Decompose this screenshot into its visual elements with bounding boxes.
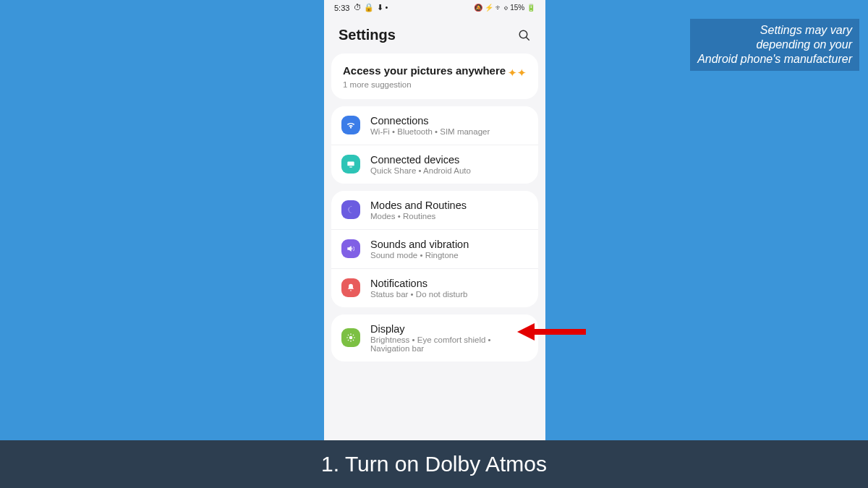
suggestion-card[interactable]: Access your pictures anywhere 1 more sug… <box>331 53 538 99</box>
item-subtitle: Modes • Routines <box>370 212 528 221</box>
suggestion-subtitle: 1 more suggestion <box>343 80 506 89</box>
status-bar: 5:33 ⏱ 🔒 ⬇ • 🔕 ⚡ ᯤ ⊘ 15% 🔋 <box>324 0 545 14</box>
sun-icon <box>341 328 360 347</box>
svg-line-10 <box>353 340 354 341</box>
svg-rect-3 <box>349 167 352 168</box>
svg-rect-2 <box>347 162 354 166</box>
status-left-icons: ⏱ 🔒 ⬇ • <box>354 3 388 12</box>
item-subtitle: Status bar • Do not disturb <box>370 290 528 299</box>
page-title: Settings <box>339 27 396 43</box>
wifi-icon <box>341 116 360 134</box>
item-subtitle: Quick Share • Android Auto <box>370 166 528 175</box>
caption-bar: 1. Turn on Dolby Atmos <box>0 440 868 488</box>
bell-icon <box>341 278 360 297</box>
item-title: Connected devices <box>370 154 528 166</box>
item-title: Display <box>370 323 528 335</box>
share-icon <box>341 155 360 174</box>
status-time: 5:33 <box>334 4 349 12</box>
item-title: Connections <box>370 115 528 127</box>
item-title: Sounds and vibration <box>370 239 528 250</box>
item-subtitle: Brightness • Eye comfort shield • Naviga… <box>370 335 528 353</box>
sound-icon <box>341 239 360 258</box>
settings-group: Connections Wi-Fi • Bluetooth • SIM mana… <box>331 106 538 184</box>
item-subtitle: Sound mode • Ringtone <box>370 251 528 260</box>
svg-line-11 <box>348 340 349 341</box>
suggestion-title: Access your pictures anywhere <box>343 64 506 78</box>
settings-group: Modes and Routines Modes • Routines Soun… <box>331 191 538 307</box>
item-subtitle: Wi-Fi • Bluetooth • SIM manager <box>370 127 528 136</box>
search-icon[interactable] <box>518 29 531 42</box>
svg-line-9 <box>348 335 349 335</box>
settings-item-connections[interactable]: Connections Wi-Fi • Bluetooth • SIM mana… <box>331 106 538 145</box>
svg-point-4 <box>349 336 353 340</box>
settings-group: Display Brightness • Eye comfort shield … <box>331 314 538 361</box>
settings-item-modes-routines[interactable]: Modes and Routines Modes • Routines <box>331 191 538 230</box>
note-line: Settings may vary <box>697 23 852 38</box>
note-line: Android phone's manufacturer <box>697 52 852 67</box>
moon-icon <box>341 200 360 219</box>
status-right-icons: 🔕 ⚡ ᯤ ⊘ 15% 🔋 <box>474 4 535 12</box>
sparkle-icon: ✦✦ <box>508 67 527 80</box>
svg-point-0 <box>519 30 527 38</box>
page-header: Settings <box>324 14 545 53</box>
settings-item-connected-devices[interactable]: Connected devices Quick Share • Android … <box>331 145 538 184</box>
caption-text: 1. Turn on Dolby Atmos <box>321 452 547 476</box>
settings-item-display[interactable]: Display Brightness • Eye comfort shield … <box>331 314 538 361</box>
settings-item-sounds-vibration[interactable]: Sounds and vibration Sound mode • Ringto… <box>331 230 538 269</box>
svg-line-12 <box>353 335 354 335</box>
svg-line-1 <box>526 37 529 40</box>
item-title: Notifications <box>370 278 528 289</box>
settings-content: Access your pictures anywhere 1 more sug… <box>324 53 545 361</box>
item-title: Modes and Routines <box>370 200 528 211</box>
manufacturer-note: Settings may vary depending on your Andr… <box>690 19 859 71</box>
settings-item-notifications[interactable]: Notifications Status bar • Do not distur… <box>331 269 538 307</box>
note-line: depending on your <box>697 38 852 52</box>
phone-screen: 5:33 ⏱ 🔒 ⬇ • 🔕 ⚡ ᯤ ⊘ 15% 🔋 Settings Acce… <box>324 0 545 441</box>
